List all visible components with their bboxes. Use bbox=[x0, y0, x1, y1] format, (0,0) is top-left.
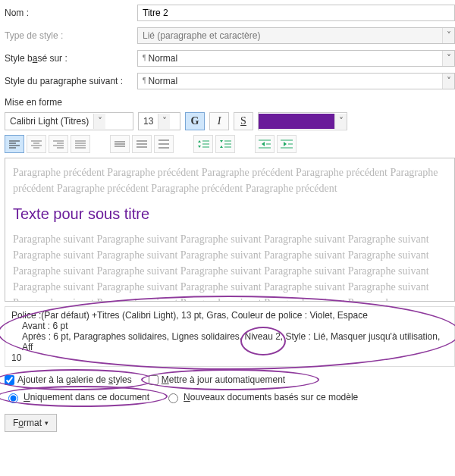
based-on-combo[interactable]: ¶Normal ˅ bbox=[137, 50, 455, 67]
format-section-title: Mise en forme bbox=[5, 97, 455, 108]
chevron-down-icon: ▾ bbox=[45, 419, 49, 427]
preview-prev-text: Paragraphe précédent Paragraphe précéden… bbox=[13, 164, 447, 196]
name-label: Nom : bbox=[5, 8, 137, 18]
next-para-combo[interactable]: ¶Normal ˅ bbox=[137, 73, 455, 89]
indent-increase-button[interactable] bbox=[277, 135, 297, 153]
font-size-combo[interactable]: 13˅ bbox=[138, 112, 180, 130]
preview-sample-text: Texte pour sous titre bbox=[13, 202, 447, 225]
next-para-label: Style du paragraphe suivant : bbox=[5, 76, 137, 86]
paraspace-increase-button[interactable] bbox=[193, 135, 213, 153]
new-docs-radio[interactable]: Nouveaux documents basés sur ce modèle bbox=[165, 391, 358, 403]
font-color-combo[interactable]: ˅ bbox=[258, 112, 347, 130]
chevron-down-icon[interactable]: ˅ bbox=[442, 51, 454, 66]
indent-decrease-button[interactable] bbox=[255, 135, 275, 153]
based-on-label: Style basé sur : bbox=[5, 53, 137, 64]
font-name-combo[interactable]: Calibri Light (Titres)˅ bbox=[5, 112, 133, 130]
color-swatch bbox=[259, 114, 334, 129]
linespace-15-button[interactable] bbox=[132, 135, 152, 153]
style-preview: Paragraphe précédent Paragraphe précéden… bbox=[5, 158, 455, 302]
underline-button[interactable]: S bbox=[234, 112, 253, 130]
only-this-doc-radio[interactable]: Uniquement dans ce document bbox=[5, 391, 149, 403]
bold-button[interactable]: G bbox=[185, 112, 205, 130]
style-type-combo: Lié (paragraphe et caractère) ˅ bbox=[137, 27, 455, 44]
auto-update-checkbox[interactable]: Mettre à jour automatiquement bbox=[149, 374, 285, 385]
add-to-gallery-checkbox[interactable]: Ajouter à la galerie de styles bbox=[5, 374, 132, 385]
linespace-1-button[interactable] bbox=[110, 135, 130, 153]
align-right-button[interactable] bbox=[49, 135, 68, 153]
chevron-down-icon[interactable]: ˅ bbox=[93, 114, 105, 129]
align-justify-button[interactable] bbox=[71, 135, 90, 153]
chevron-down-icon: ˅ bbox=[442, 28, 454, 43]
align-left-button[interactable] bbox=[5, 135, 24, 153]
name-field[interactable] bbox=[137, 5, 455, 21]
chevron-down-icon[interactable]: ˅ bbox=[442, 74, 454, 89]
chevron-down-icon[interactable]: ˅ bbox=[334, 114, 347, 129]
align-center-button[interactable] bbox=[27, 135, 46, 153]
preview-next-text: Paragraphe suivant Paragraphe suivant Pa… bbox=[13, 231, 447, 302]
chevron-down-icon[interactable]: ˅ bbox=[158, 114, 170, 129]
style-description: Police :(Par défaut) +Titres (Calibri Li… bbox=[5, 306, 455, 367]
linespace-2-button[interactable] bbox=[154, 135, 174, 153]
style-type-label: Type de style : bbox=[5, 30, 137, 41]
format-menu-button[interactable]: Format ▾ bbox=[5, 414, 57, 432]
italic-button[interactable]: I bbox=[209, 112, 229, 130]
paraspace-decrease-button[interactable] bbox=[215, 135, 235, 153]
